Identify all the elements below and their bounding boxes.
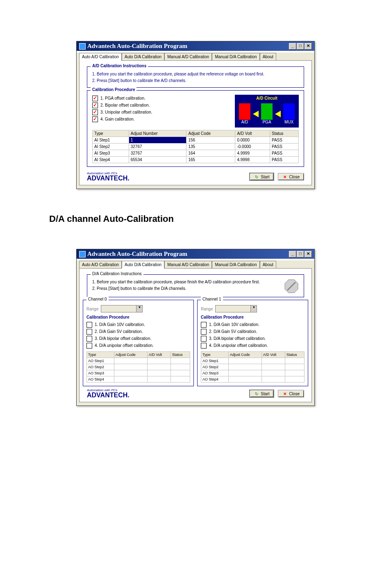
maximize-button[interactable]: □ (297, 43, 304, 50)
start-button[interactable]: ↻ Start (250, 390, 274, 397)
check-icon: ✓ (92, 116, 98, 122)
cell: AO Step1 (201, 358, 229, 364)
start-button[interactable]: ↻ Start (250, 173, 274, 180)
tab-manual-da[interactable]: Manual D/A Calibration (212, 53, 259, 61)
cell: AI Step1 (93, 137, 129, 144)
tab-manual-da[interactable]: Manual D/A Calibration (212, 261, 259, 269)
tab-auto-da[interactable]: Auto D/A Calibration (122, 53, 164, 61)
block-mux (283, 103, 295, 120)
table-row: AO Step4 (201, 376, 305, 383)
range-dropdown[interactable]: ▼ (101, 305, 143, 312)
tab-about[interactable]: About (260, 53, 276, 61)
cell: -0.0000 (235, 144, 270, 150)
table-row: AO Step3 (201, 370, 305, 376)
table-header: Type Adjust Code A/D Volt Status (201, 352, 305, 358)
cell (170, 358, 190, 364)
table-row: AI Step1 1 156 0.0000 PASS (93, 137, 299, 144)
col-header: A/D Volt (261, 352, 285, 358)
close-button[interactable]: ✕ (305, 251, 312, 258)
results-table: Type Adjust Code A/D Volt Status AO Step… (86, 351, 190, 383)
close-button[interactable]: ✕ (305, 43, 312, 50)
step-label: 4. D/A unipolar offset calibration. (209, 342, 268, 349)
titlebar: Advantech Auto-Calibration Program _ □ ✕ (77, 249, 314, 259)
check-icon: ✓ (92, 96, 98, 101)
close-button[interactable]: ✕ Close (278, 390, 304, 397)
cell (147, 358, 170, 364)
checkbox-icon (86, 322, 92, 328)
tab-about[interactable]: About (260, 261, 276, 269)
step-row: 4. D/A unipolar offset calibration. (86, 342, 190, 349)
instructions-group: A/D Calibration Instructions 1. Before y… (87, 66, 304, 88)
results-table: Type Adjust Number Adjust Code A/D Volt … (92, 130, 299, 163)
checkbox-icon (86, 343, 92, 349)
logo-text: ADVANTECH. (87, 175, 130, 182)
cell (228, 376, 261, 383)
step-row: 1. D/A Gain 10V calibration. (201, 321, 305, 328)
tab-auto-da[interactable]: Auto D/A Calibration (122, 261, 164, 269)
check-icon: ✓ (92, 109, 98, 115)
cell (114, 370, 147, 376)
checkbox-icon (201, 343, 207, 349)
logo-text: ADVANTECH. (87, 392, 130, 399)
col-header: Adjust Code (186, 130, 235, 137)
section-heading: D/A channel Auto-Calibration (49, 214, 342, 224)
table-row: AO Step1 (201, 358, 305, 364)
cell: AI Step3 (93, 150, 129, 157)
cell (261, 370, 285, 376)
block-label: PGA (261, 120, 273, 124)
minimize-button[interactable]: _ (289, 43, 296, 50)
tab-manual-ad[interactable]: Manual A/D Calibration (164, 53, 212, 61)
col-header: A/D Volt (147, 352, 170, 358)
range-dropdown[interactable]: ▼ (215, 305, 257, 312)
checkbox-icon (201, 336, 207, 342)
x-icon: ✕ (282, 174, 287, 179)
step-row: 3. D/A bipolar offset calibration. (201, 335, 305, 342)
cell: AO Step3 (201, 370, 229, 376)
table-row: AI Step3 32767 164 4.9999 PASS (93, 150, 299, 157)
block-ad (239, 103, 250, 120)
step-label: 1. D/A Gain 10V calibration. (209, 321, 259, 328)
cell: AI Step2 (93, 144, 129, 150)
button-label: Start (261, 392, 269, 396)
cell (285, 364, 304, 370)
cell (147, 370, 170, 376)
cell (228, 358, 261, 364)
cell: AI Step4 (93, 157, 129, 163)
minimize-button[interactable]: _ (289, 251, 296, 258)
cell: 165 (186, 157, 235, 163)
table-row: AO Step2 (87, 364, 190, 370)
cell (285, 358, 304, 364)
col-header: Type (201, 352, 229, 358)
advantech-logo: Automation with PCs ADVANTECH. (87, 389, 130, 399)
cell (228, 364, 261, 370)
cell: PASS (270, 144, 298, 150)
step-row: ✓3. Unipolar offset calibration. (92, 109, 152, 116)
window-auto-ad: Advantech Auto-Calibration Program _ □ ✕… (76, 41, 315, 189)
maximize-button[interactable]: □ (297, 251, 304, 258)
instructions-group: D/A Calibration Instructions 1. Before y… (87, 274, 304, 297)
channel0-title: Channel 0 (86, 297, 109, 301)
cell: 65534 (129, 157, 186, 163)
button-label: Start (261, 175, 269, 179)
cell: AO Step2 (87, 364, 114, 370)
check-icon: ✓ (92, 103, 98, 108)
close-button[interactable]: ✕ Close (278, 173, 304, 180)
col-header: Adjust Number (129, 130, 186, 137)
cell: AO Step2 (201, 364, 229, 370)
tab-auto-ad[interactable]: Auto A/D Calibration (79, 261, 122, 269)
app-icon (79, 43, 86, 50)
tab-auto-ad[interactable]: Auto A/D Calibration (79, 53, 122, 61)
cell (261, 364, 285, 370)
chevron-down-icon: ▼ (136, 305, 142, 312)
window-auto-da: Advantech Auto-Calibration Program _ □ ✕… (76, 249, 315, 406)
checkbox-icon (201, 329, 207, 335)
refresh-icon: ↻ (254, 391, 259, 396)
cell: AO Step3 (87, 370, 114, 376)
tab-manual-ad[interactable]: Manual A/D Calibration (164, 261, 212, 269)
table-row: AO Step2 (201, 364, 305, 370)
window-title: Advantech Auto-Calibration Program (87, 251, 187, 258)
procedure-title: Calibration Procedure (86, 315, 190, 319)
col-header: Type (93, 130, 129, 137)
step-label: 1. D/A Gain 10V calibration. (95, 321, 145, 328)
cell: 32767 (129, 144, 186, 150)
